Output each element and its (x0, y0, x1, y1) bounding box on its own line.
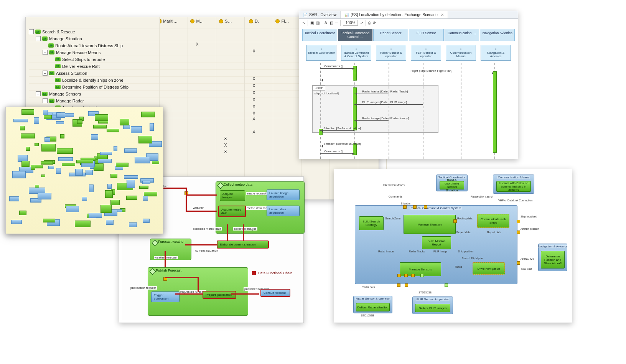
actor-box[interactable]: ♀︎Radar Sensor & operator (376, 45, 406, 61)
act-deliver-flir[interactable]: Deliver FLIR images (415, 304, 450, 312)
overview-block (142, 181, 150, 184)
msg-radar-tracks[interactable]: Radar tracks [Dated Radar Track] (354, 94, 389, 94)
column-icon (190, 19, 194, 23)
func-launch-data-acq[interactable]: Launch data acquisition (267, 206, 300, 216)
sys-tactical-coordinator[interactable]: Tactical Coordinator Build & coordinate … (436, 175, 468, 191)
func-elaborate-situation[interactable]: Elaborate current situation (217, 240, 269, 249)
overview-block (75, 221, 91, 227)
overview-block (56, 112, 66, 118)
column-icon (219, 19, 223, 23)
msg-return[interactable] (320, 80, 354, 80)
lane-header[interactable]: FLIR Sensor (409, 29, 444, 41)
matrix-col-2[interactable]: S… (217, 19, 234, 23)
legend-functional-chain: Data Functional Chain (252, 271, 292, 275)
act-determine-position[interactable]: Determine Position and Steer Aircraft (541, 251, 565, 268)
close-icon[interactable]: ✕ (441, 13, 444, 17)
matrix-col-4[interactable]: Fi… (273, 19, 291, 23)
act-manage-situation[interactable]: Manage Situation (404, 215, 456, 234)
expand-icon[interactable] (36, 36, 41, 41)
overview-block (116, 163, 128, 167)
actor-box[interactable]: ♀︎Tactical Command & Control System (341, 45, 371, 61)
overview-block (66, 206, 79, 212)
overview-block (89, 213, 102, 218)
zoom-select[interactable]: 100% (343, 20, 358, 26)
msg-flir-images[interactable]: FLIR images [Dated FLIR image] (354, 104, 423, 105)
column-icon (275, 19, 280, 23)
editor-tabs[interactable]: 📄SAR - Overview 📊[ES] Localization by de… (299, 11, 518, 19)
expand-icon[interactable] (29, 29, 34, 34)
sys-communication-means[interactable]: Communication Means Interact with Ships … (493, 175, 534, 194)
act-drive-navigation[interactable]: Drive Navigation (473, 262, 505, 275)
lane-header[interactable]: Navigation Avionics (480, 29, 515, 41)
overview-thumbnail-panel[interactable] (5, 107, 163, 234)
lane-header[interactable]: Radar Sensor (373, 29, 408, 41)
matrix-col-3[interactable]: D. (245, 19, 263, 23)
tab-localization-scenario[interactable]: 📊[ES] Localization by detection - Exchan… (341, 11, 448, 18)
fill-icon[interactable]: ◧ (329, 21, 333, 25)
actor-box[interactable]: ♀︎Tactical Coordinator (306, 45, 336, 61)
actor-box[interactable]: ♀︎Navigation & Avionics (481, 45, 511, 61)
overview-block (44, 115, 52, 119)
lane-header[interactable]: Tactical Command Control … (338, 29, 373, 41)
func-acquire-meteo[interactable]: Acquire meteo data (218, 206, 246, 217)
function-icon: SF (42, 92, 48, 96)
expand-icon[interactable] (36, 91, 41, 96)
font-icon[interactable]: A (325, 21, 327, 25)
act-communicate-ships[interactable]: Communicate with Ships (477, 214, 509, 228)
refresh-icon[interactable]: ⟳ (373, 21, 376, 25)
msg-situation-2[interactable]: Situation [Surface situation] (320, 146, 354, 146)
overview-block (44, 137, 50, 142)
filter-icon[interactable]: ▥ (316, 21, 320, 25)
function-icon: SF (55, 57, 61, 61)
overview-block (20, 126, 25, 130)
function-icon: SF (42, 36, 48, 41)
func-acquire-images[interactable]: Acquire images (220, 190, 245, 201)
expand-icon[interactable] (43, 50, 48, 55)
actor-box[interactable]: ♀︎FLIR Sensor & operator (411, 45, 441, 61)
function-icon: SF (49, 99, 54, 103)
func-launch-image-acq[interactable]: Launch image acquisition (267, 189, 300, 200)
zoom-fit-icon[interactable]: ⤢ (360, 21, 363, 25)
overview-block (75, 169, 83, 176)
sys-tccs[interactable]: Tactical Command & Control System Build … (355, 205, 517, 284)
matrix-col-1[interactable]: M… (188, 19, 206, 23)
overview-block (110, 200, 120, 205)
overview-block (123, 125, 130, 129)
overview-block (89, 184, 94, 193)
tab-sar-overview[interactable]: 📄SAR - Overview (299, 11, 341, 18)
expand-icon[interactable] (43, 71, 48, 76)
sequence-diagram-panel[interactable]: 📄SAR - Overview 📊[ES] Localization by de… (299, 11, 518, 159)
msg-commands-2[interactable]: Commands [] (320, 153, 354, 154)
diagram-toolbar[interactable]: ↖ ▣ ▥ A ◧ ─ 100% ⤢ ⎙ ⟳ (299, 19, 518, 27)
container-collect-meteo[interactable]: Collect meteo data Acquire images image … (216, 181, 305, 234)
act-build-mission-report[interactable]: Build Mission Report (422, 236, 451, 249)
act-interact-ships[interactable]: Interact with Ships on zone to find ship… (496, 181, 531, 192)
expand-icon[interactable] (43, 98, 48, 103)
overview-block (56, 121, 64, 125)
msg-radar-image[interactable]: Radar image [Dated Radar Image] (354, 120, 389, 121)
lane-header[interactable]: Communication … (445, 29, 479, 41)
func-prepare-publication[interactable]: Prepare publication (203, 291, 236, 299)
architecture-panel[interactable]: Tactical Coordinator Build & coordinate … (334, 169, 572, 323)
sys-navigation-avionics[interactable]: Navigation & Avionics Determine Position… (538, 244, 567, 271)
lifelines-area[interactable]: Commands [] Flight plan [Search Flight P… (308, 63, 509, 159)
msg-commands[interactable]: Commands [] (320, 68, 354, 69)
sys-flir-sensor[interactable]: FLIR Sensor & operator Deliver FLIR imag… (412, 296, 453, 314)
export-icon[interactable]: ⎙ (368, 21, 371, 25)
act-deliver-radar[interactable]: Deliver Radar situation (356, 303, 390, 311)
line-icon[interactable]: ─ (335, 21, 338, 25)
msg-flight-plan[interactable]: Flight plan [Search Flight Plan] (354, 73, 494, 73)
overview-block (129, 222, 137, 227)
act-build-coordinate[interactable]: Build & coordinate Tactical Situation (440, 181, 464, 189)
lane-header[interactable]: Tactical Coordinator (302, 29, 337, 41)
layers-icon[interactable]: ▣ (310, 21, 314, 25)
overview-block (152, 161, 160, 164)
function-icon: SF (48, 43, 54, 48)
matrix-col-0[interactable]: Mariti… (160, 19, 178, 23)
func-consult-forecast[interactable]: Consult forecast (260, 289, 290, 297)
actor-box[interactable]: ♀︎Communication Means (446, 45, 476, 61)
msg-situation[interactable]: Situation [Surface situation] (320, 130, 354, 131)
cursor-icon[interactable]: ↖ (302, 21, 305, 25)
act-build-search-strategy[interactable]: Build Search Strategy (359, 216, 384, 230)
sys-radar-sensor[interactable]: Radar Sensor & operator Deliver Radar si… (353, 296, 392, 313)
